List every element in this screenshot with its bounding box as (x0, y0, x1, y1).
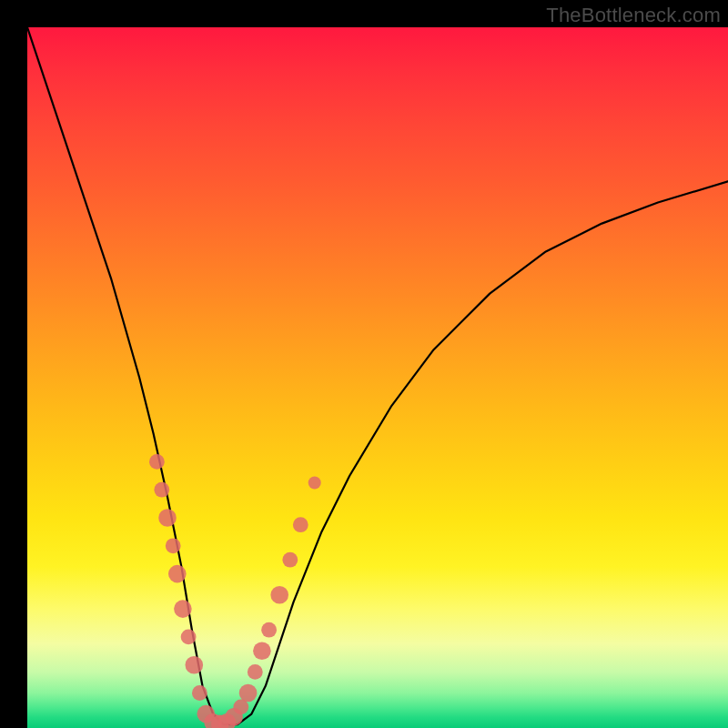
data-point (248, 664, 263, 680)
data-point (253, 642, 271, 661)
data-point (308, 477, 321, 490)
data-point (168, 565, 187, 583)
dots-group (149, 454, 321, 728)
data-point (186, 656, 204, 674)
data-point (149, 454, 165, 470)
data-point (270, 586, 288, 604)
data-point (282, 552, 298, 568)
data-point (166, 538, 181, 553)
plot-area (27, 27, 728, 728)
data-point (174, 600, 192, 618)
data-point (192, 685, 207, 701)
curve-group (27, 27, 728, 724)
data-point (154, 482, 169, 498)
data-point (181, 630, 197, 645)
bottleneck-curve (27, 27, 728, 724)
data-point (239, 684, 258, 703)
data-point (158, 509, 177, 527)
chart-frame: TheBottleneck.com (0, 0, 728, 728)
watermark-text: TheBottleneck.com (546, 4, 721, 27)
data-point (261, 622, 277, 638)
data-point (293, 517, 308, 532)
chart-svg (27, 27, 728, 728)
